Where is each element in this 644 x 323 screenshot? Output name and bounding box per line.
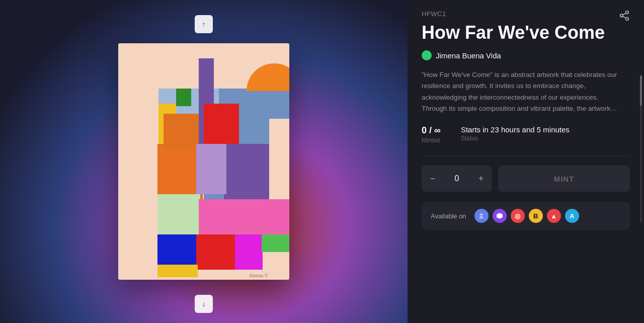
status-value: Starts in 23 hours and 5 minutes bbox=[461, 125, 570, 134]
svg-rect-17 bbox=[157, 234, 198, 270]
scrollbar-thumb[interactable] bbox=[640, 75, 642, 106]
svg-rect-18 bbox=[196, 234, 236, 270]
svg-rect-8 bbox=[164, 114, 199, 149]
minted-label: Minted bbox=[422, 137, 441, 144]
status-label: Status bbox=[461, 135, 570, 142]
artwork-panel: ↑ bbox=[0, 0, 408, 323]
chain-polygon[interactable] bbox=[493, 209, 507, 223]
svg-rect-5 bbox=[176, 89, 191, 106]
svg-line-26 bbox=[623, 16, 626, 18]
chain-solana[interactable]: ◎ bbox=[511, 209, 525, 223]
svg-rect-12 bbox=[224, 144, 269, 204]
svg-rect-11 bbox=[247, 91, 289, 119]
chain-ethereum[interactable]: Ξ bbox=[474, 209, 489, 223]
quantity-value: 0 bbox=[442, 174, 472, 183]
minted-stat: 0 / ∞ Minted bbox=[422, 125, 441, 144]
mint-row: − 0 + MINT bbox=[422, 166, 630, 192]
chain-avalanche[interactable]: ▲ bbox=[547, 209, 561, 223]
quantity-increase-button[interactable]: + bbox=[472, 170, 490, 188]
mint-button[interactable]: MINT bbox=[498, 166, 630, 192]
svg-rect-13 bbox=[196, 144, 226, 194]
share-icon bbox=[619, 10, 630, 21]
svg-text:Jimena ©: Jimena © bbox=[249, 273, 269, 278]
artist-online-indicator bbox=[422, 50, 432, 60]
svg-point-23 bbox=[626, 11, 629, 14]
svg-line-27 bbox=[623, 13, 626, 15]
minted-value: 0 / ∞ bbox=[422, 125, 441, 136]
svg-rect-9 bbox=[204, 104, 239, 146]
available-section: Available on Ξ ◎ B ▲ A bbox=[422, 202, 630, 230]
detail-panel: HFWC1 How Far We've Come Jimena Buena Vi… bbox=[408, 0, 644, 323]
nav-down-button[interactable]: ↓ bbox=[195, 295, 213, 313]
svg-rect-20 bbox=[157, 265, 198, 277]
stats-row: 0 / ∞ Minted Starts in 23 hours and 5 mi… bbox=[422, 125, 630, 144]
svg-point-24 bbox=[620, 14, 623, 17]
svg-point-25 bbox=[626, 18, 629, 20]
chain-icons: Ξ ◎ B ▲ A bbox=[474, 209, 579, 223]
quantity-control: − 0 + bbox=[422, 166, 492, 192]
available-label: Available on bbox=[431, 212, 466, 220]
artwork-svg: Jimena © bbox=[118, 43, 289, 280]
artist-name[interactable]: Jimena Buena Vida bbox=[436, 51, 501, 60]
status-stat: Starts in 23 hours and 5 minutes Status bbox=[461, 125, 570, 144]
share-button[interactable] bbox=[619, 10, 630, 24]
scrollbar-track[interactable] bbox=[640, 75, 642, 222]
svg-marker-28 bbox=[497, 213, 503, 219]
artwork-frame: Jimena © bbox=[118, 43, 289, 280]
svg-rect-15 bbox=[157, 194, 200, 234]
artwork-title: How Far We've Come bbox=[422, 22, 630, 43]
chain-arbitrum[interactable]: A bbox=[565, 209, 579, 223]
svg-rect-19 bbox=[235, 234, 263, 270]
quantity-decrease-button[interactable]: − bbox=[424, 170, 442, 188]
svg-rect-21 bbox=[262, 234, 289, 252]
artwork-description: "How Far We've Come" is an abstract artw… bbox=[422, 69, 630, 114]
nav-up-button[interactable]: ↑ bbox=[195, 15, 213, 33]
chain-bnb[interactable]: B bbox=[529, 209, 543, 223]
artwork-id: HFWC1 bbox=[422, 10, 630, 18]
artist-row: Jimena Buena Vida bbox=[422, 50, 630, 60]
arrow-down-icon: ↓ bbox=[202, 300, 206, 308]
arrow-up-icon: ↑ bbox=[202, 20, 206, 28]
divider bbox=[422, 156, 630, 156]
